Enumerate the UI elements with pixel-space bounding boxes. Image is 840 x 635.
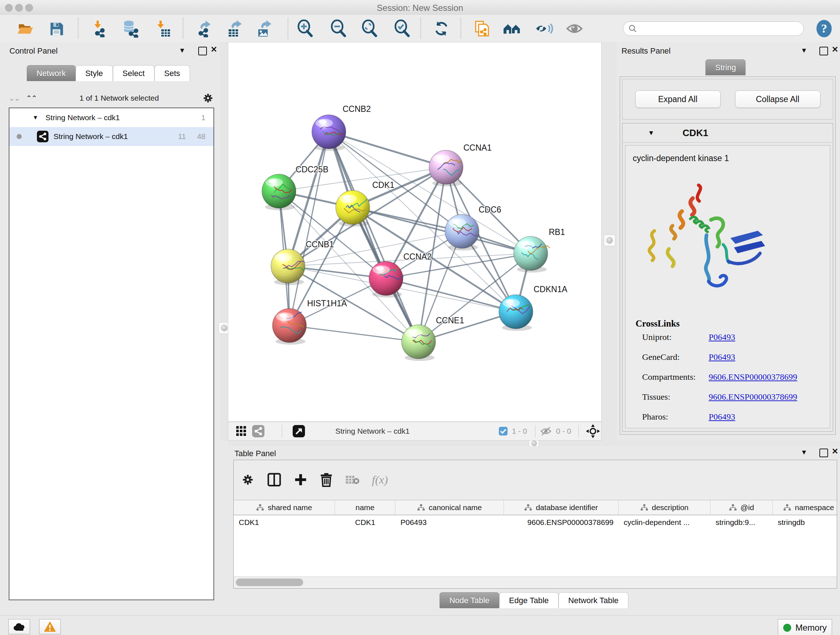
tab-edge-table[interactable]: Edge Table — [499, 592, 559, 608]
crosslink-link[interactable]: 9606.ENSP00000378699 — [709, 372, 797, 382]
memory-button[interactable]: Memory — [778, 619, 832, 635]
network-canvas[interactable]: CCNB2CCNA1CDC25BCDK1CDC6RB1CCNB1CCNA2CDK… — [228, 42, 602, 422]
first-neighbors-button[interactable] — [503, 19, 522, 38]
import-network-from-file-button[interactable] — [90, 19, 109, 38]
table-panel-menu-icon[interactable]: ▾ — [802, 448, 806, 457]
network-edge[interactable] — [289, 132, 329, 325]
zoom-fit-button[interactable] — [360, 19, 379, 38]
add-column-icon[interactable] — [294, 473, 308, 486]
hide-selected-button[interactable] — [535, 19, 554, 38]
network-collection-row[interactable]: ▼ String Network – cdk1 1 — [9, 108, 213, 127]
results-panel-float-icon[interactable] — [819, 47, 828, 55]
import-network-from-database-button[interactable] — [121, 19, 140, 38]
section-expander-icon[interactable]: ▼ — [648, 129, 654, 137]
crosslink-link[interactable]: P06493 — [709, 412, 735, 422]
help-button[interactable]: ? — [815, 19, 834, 38]
zoom-selected-button[interactable] — [393, 19, 412, 38]
export-image-button[interactable] — [255, 19, 273, 38]
show-all-button[interactable] — [565, 19, 584, 38]
table-cell[interactable]: stringdb — [773, 518, 837, 527]
network-edge[interactable] — [353, 207, 531, 253]
collapse-all-button[interactable]: Collapse All — [735, 90, 821, 108]
column-header-description[interactable]: description — [619, 500, 711, 515]
refresh-view-button[interactable] — [432, 19, 451, 38]
network-graph[interactable]: CCNB2CCNA1CDC25BCDK1CDC6RB1CCNB1CCNA2CDK… — [228, 42, 601, 421]
search-box[interactable] — [623, 21, 804, 36]
network-node-cdc6[interactable] — [445, 214, 479, 250]
collection-expander-icon[interactable]: ▼ — [33, 114, 38, 121]
copy-style-button[interactable] — [472, 19, 491, 38]
network-node-cdc25b[interactable] — [262, 174, 296, 211]
expand-all-icon[interactable]: ⌃⌃ — [26, 94, 37, 103]
selected-nodes-checkbox[interactable] — [499, 422, 508, 440]
network-edge[interactable] — [329, 132, 418, 342]
crosslink-link[interactable]: P06493 — [709, 352, 735, 362]
control-panel-menu-icon[interactable]: ▾ — [180, 46, 184, 55]
show-columns-icon[interactable] — [267, 472, 281, 487]
cloud-status-button[interactable] — [8, 619, 30, 634]
scrollbar-thumb[interactable] — [236, 578, 303, 586]
warnings-button[interactable] — [39, 619, 61, 634]
right-splitter[interactable] — [602, 42, 617, 440]
network-node-ccna2[interactable] — [369, 261, 404, 298]
table-cell[interactable]: CDK1 — [335, 518, 395, 527]
network-node-ccne1[interactable] — [401, 325, 436, 361]
table-cell[interactable]: 9606.ENSP00000378699 — [504, 518, 619, 527]
column-header-name[interactable]: name — [335, 500, 395, 515]
save-session-button[interactable] — [47, 19, 66, 38]
table-options-gear-icon[interactable] — [241, 473, 255, 486]
results-panel-close-icon[interactable]: ✕ — [832, 45, 838, 54]
export-network-button[interactable] — [195, 19, 213, 38]
table-cell[interactable]: stringdb:9... — [711, 518, 773, 527]
network-row[interactable]: String Network – cdk1 11 48 — [9, 127, 213, 146]
function-builder-button[interactable]: f(x) — [372, 473, 388, 486]
export-table-button[interactable] — [225, 19, 244, 38]
expand-all-button[interactable]: Expand All — [635, 90, 721, 108]
hidden-elements-button[interactable] — [540, 422, 552, 440]
tab-style[interactable]: Style — [76, 65, 113, 81]
table-horizontal-scrollbar[interactable] — [234, 576, 837, 588]
tab-network-table[interactable]: Network Table — [559, 592, 628, 608]
network-node-hist1h1a[interactable] — [272, 309, 306, 345]
collapse-all-icon[interactable]: ⌄⌄ — [9, 94, 19, 103]
network-options-gear-icon[interactable] — [202, 92, 214, 104]
delete-column-icon[interactable] — [320, 472, 333, 487]
tab-sets[interactable]: Sets — [155, 65, 190, 81]
left-splitter[interactable] — [220, 42, 228, 440]
network-node-cdk1[interactable] — [336, 190, 370, 226]
fit-selected-button[interactable] — [586, 422, 600, 440]
right-splitter-handle[interactable] — [604, 234, 615, 246]
control-panel-close-icon[interactable]: ✕ — [210, 45, 217, 54]
node-result-header[interactable]: ▼ CDK1 — [622, 124, 833, 143]
table-cell[interactable]: CDK1 — [234, 518, 335, 527]
table-row[interactable]: CDK1CDK1P064939606.ENSP00000378699cyclin… — [234, 515, 837, 530]
tab-node-table[interactable]: Node Table — [439, 592, 499, 608]
network-edge[interactable] — [289, 325, 418, 342]
bottom-splitter[interactable] — [228, 440, 840, 446]
search-input[interactable] — [640, 24, 804, 33]
string-style-button[interactable] — [252, 422, 264, 440]
column-header-database-identifier[interactable]: database identifier — [504, 500, 619, 515]
network-node-rb1[interactable] — [514, 236, 550, 272]
results-panel-menu-icon[interactable]: ▾ — [802, 46, 806, 55]
import-table-from-file-button[interactable] — [153, 19, 172, 38]
tab-select[interactable]: Select — [113, 65, 155, 81]
open-session-button[interactable] — [16, 19, 35, 38]
table-panel-float-icon[interactable] — [819, 448, 828, 457]
column-header--id[interactable]: @id — [711, 500, 773, 515]
control-panel-float-icon[interactable] — [198, 47, 207, 55]
network-node-cdkn1a[interactable] — [499, 295, 533, 331]
zoom-in-button[interactable] — [296, 19, 315, 38]
table-cell[interactable]: P06493 — [395, 518, 504, 527]
column-header-canonical-name[interactable]: canonical name — [395, 500, 504, 515]
zoom-out-button[interactable] — [329, 19, 348, 38]
open-external-button[interactable] — [293, 422, 305, 440]
table-cell[interactable]: cyclin-dependent ... — [619, 518, 711, 527]
column-header-namespace[interactable]: namespace — [773, 500, 837, 515]
delete-table-icon[interactable] — [345, 474, 360, 485]
tab-network[interactable]: Network — [27, 65, 76, 81]
network-node-ccna1[interactable] — [429, 150, 463, 187]
column-header-shared-name[interactable]: shared name — [234, 500, 335, 515]
birdseye-grid-button[interactable] — [235, 422, 247, 440]
crosslink-link[interactable]: 9606.ENSP00000378699 — [709, 392, 797, 402]
